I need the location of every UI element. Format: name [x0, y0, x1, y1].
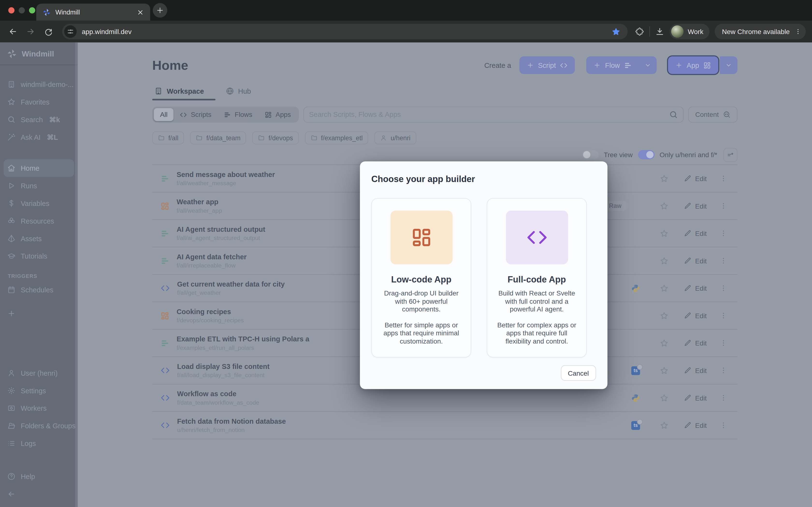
sidebar-item-workspace[interactable]: windmill-demo-...	[0, 75, 78, 93]
low-code-app-card[interactable]: Low-code AppDrag-and-drop UI builder wit…	[371, 198, 471, 357]
reload-button[interactable]	[41, 25, 55, 38]
edit-button[interactable]: Edit	[675, 394, 716, 402]
edit-button[interactable]: Edit	[675, 229, 716, 237]
filter-chip[interactable]: f/data_team	[190, 131, 246, 145]
back-button[interactable]	[6, 25, 20, 38]
row-menu-button[interactable]	[716, 202, 731, 210]
address-bar[interactable]: app.windmill.dev	[62, 24, 627, 39]
row-menu-button[interactable]	[716, 312, 731, 320]
sidebar-item-resources[interactable]: Resources	[0, 212, 78, 230]
minimize-window-button[interactable]	[18, 7, 25, 13]
chrome-update-button[interactable]: New Chrome available	[715, 24, 806, 39]
favorite-star-button[interactable]	[653, 339, 675, 347]
favorite-star-button[interactable]	[653, 284, 675, 292]
sidebar-brand[interactable]: Windmill	[0, 43, 78, 65]
sidebar-item-ask-ai[interactable]: Ask AI⌘L	[0, 128, 78, 146]
favorite-star-button[interactable]	[653, 174, 675, 183]
create-script-button[interactable]: Script	[519, 56, 575, 74]
full-code-app-card[interactable]: Full-code AppBuild with React or Svelte …	[487, 198, 587, 357]
row-menu-button[interactable]	[716, 257, 731, 265]
display-settings-button[interactable]	[723, 148, 738, 162]
sidebar-item-schedules[interactable]: Schedules	[0, 281, 78, 299]
favorite-star-button[interactable]	[653, 229, 675, 237]
sidebar-item-tutorials[interactable]: Tutorials	[0, 247, 78, 265]
sidebar-item-variables[interactable]: Variables	[0, 194, 78, 212]
sidebar-item-runs[interactable]: Runs	[0, 177, 78, 194]
filter-chip[interactable]: f/all	[152, 131, 184, 145]
close-window-button[interactable]	[8, 7, 14, 13]
puzzle-icon[interactable]	[635, 27, 644, 36]
sidebar-item-settings[interactable]: Settings	[0, 382, 78, 399]
kebab-icon[interactable]	[794, 28, 802, 35]
row-menu-button[interactable]	[716, 284, 731, 292]
filter-segment-flows[interactable]: Flows	[217, 108, 258, 121]
sidebar-item-home[interactable]: Home	[4, 159, 74, 177]
edit-button[interactable]: Edit	[675, 339, 716, 347]
row-text: Weather appf/all/weather_app	[176, 198, 222, 214]
close-x-icon[interactable]	[137, 8, 144, 16]
new-tab-button[interactable]	[153, 3, 167, 18]
search-box[interactable]	[303, 107, 684, 122]
row-menu-button[interactable]	[716, 229, 731, 237]
app-dropdown-button[interactable]	[720, 56, 738, 74]
sidebar-item-search[interactable]: Search⌘k	[0, 111, 78, 128]
profile-button[interactable]: Work	[670, 24, 710, 39]
favorite-star-button[interactable]	[653, 311, 675, 320]
cancel-button[interactable]: Cancel	[561, 365, 596, 381]
row-menu-button[interactable]	[716, 174, 731, 182]
row-menu-button[interactable]	[716, 366, 731, 375]
sidebar-item-favorites[interactable]: Favorites	[0, 93, 78, 111]
edit-button[interactable]: Edit	[675, 175, 716, 182]
edit-button[interactable]: Edit	[675, 367, 716, 374]
site-settings-button[interactable]	[64, 25, 77, 38]
filter-chip[interactable]: u/henri	[374, 131, 416, 145]
favorite-star-button[interactable]	[653, 421, 675, 430]
edit-button[interactable]: Edit	[675, 421, 716, 429]
sidebar-collapse-button[interactable]	[0, 485, 78, 503]
edit-label: Edit	[695, 284, 707, 292]
table-row[interactable]: Fetch data from Notion databaseu/henri/f…	[152, 411, 737, 439]
create-app-split-button: App	[668, 56, 737, 74]
owner-filter-toggle[interactable]	[638, 150, 654, 159]
sidebar-item-workers[interactable]: Workers	[0, 399, 78, 417]
favorite-star-button[interactable]	[653, 366, 675, 375]
row-menu-button[interactable]	[716, 421, 731, 429]
row-meta	[591, 394, 653, 402]
row-text: Example ETL with TPC-H using Polars af/e…	[176, 335, 309, 351]
favorite-star-button[interactable]	[653, 202, 675, 210]
sidebar-item-logs[interactable]: Logs	[0, 435, 78, 452]
url-text[interactable]: app.windmill.dev	[82, 28, 607, 36]
filter-segment-scripts[interactable]: Scripts	[174, 108, 218, 121]
tab-workspace[interactable]: Workspace	[152, 87, 206, 101]
star-icon[interactable]	[612, 27, 620, 36]
sidebar-item-assets[interactable]: Assets	[0, 230, 78, 247]
favorite-star-button[interactable]	[653, 394, 675, 402]
browser-tab[interactable]: Windmill	[36, 4, 150, 21]
edit-label: Edit	[695, 339, 707, 347]
row-menu-button[interactable]	[716, 339, 731, 347]
sidebar-item-help[interactable]: Help	[0, 468, 78, 485]
edit-button[interactable]: Edit	[675, 312, 716, 320]
create-app-button[interactable]: App	[668, 56, 718, 74]
search-input[interactable]	[309, 111, 665, 119]
sidebar-item-folders-groups[interactable]: Folders & Groups	[0, 417, 78, 435]
flow-dropdown-button[interactable]	[639, 56, 657, 74]
edit-button[interactable]: Edit	[675, 284, 716, 292]
filter-chip[interactable]: f/devops	[253, 131, 299, 145]
tree-view-toggle[interactable]	[582, 150, 599, 159]
filter-chip[interactable]: f/examples_etl	[305, 131, 368, 145]
favorite-star-button[interactable]	[653, 257, 675, 265]
filter-segment-all[interactable]: All	[154, 108, 173, 121]
zoom-window-button[interactable]	[29, 7, 35, 13]
filter-segment-apps[interactable]: Apps	[259, 108, 297, 121]
tab-hub[interactable]: Hub	[223, 87, 253, 101]
sidebar-add-button[interactable]	[0, 305, 78, 322]
content-search-button[interactable]: Content	[689, 107, 738, 122]
create-flow-button[interactable]: Flow	[587, 56, 639, 74]
sidebar-item-user[interactable]: User (henri)	[0, 364, 78, 382]
row-menu-button[interactable]	[716, 394, 731, 402]
forward-button[interactable]	[24, 25, 38, 38]
edit-button[interactable]: Edit	[675, 202, 716, 210]
download-icon[interactable]	[655, 27, 665, 36]
edit-button[interactable]: Edit	[675, 257, 716, 265]
